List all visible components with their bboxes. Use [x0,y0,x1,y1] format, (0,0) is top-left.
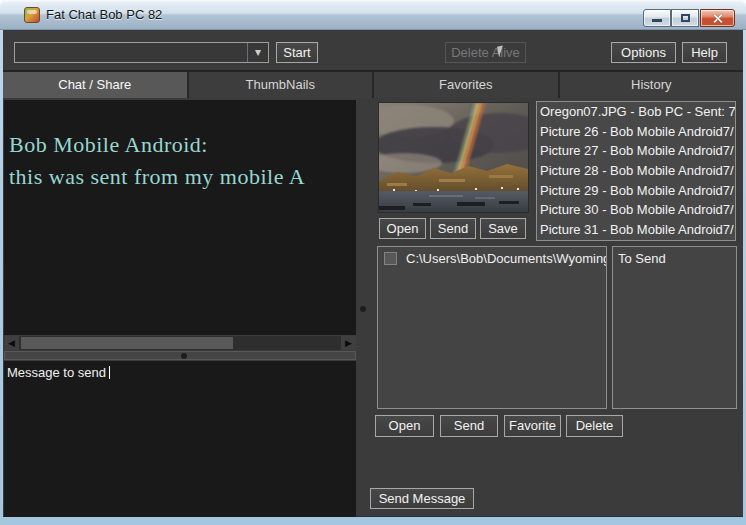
tab-history[interactable]: History [560,72,744,98]
scroll-left-icon[interactable]: ◀ [4,336,19,350]
text-caret [109,366,110,379]
client-area: ▾ Start Delete Alive Options Help Chat /… [3,30,743,517]
list-item[interactable]: Picture 31 - Bob Mobile Android7/ [537,220,735,240]
file-path-label: C:\Users\Bob\Documents\Wyoming - C [406,251,607,266]
to-send-panel[interactable]: To Send [612,246,737,409]
file-checkbox[interactable] [384,252,397,265]
send-button[interactable]: Send [440,415,498,437]
vertical-splitter-handle[interactable] [360,306,366,312]
chat-sender: Bob Mobile Android: [4,132,356,158]
preview-open-button[interactable]: Open [379,218,426,239]
chat-horizontal-scrollbar[interactable]: ◀ ▶ [4,336,356,350]
chat-history-pane[interactable]: Bob Mobile Android: this was sent from m… [4,100,356,335]
list-item[interactable]: C:\Users\Bob\Documents\Wyoming - C [384,251,606,266]
maximize-button[interactable] [671,9,699,27]
list-item[interactable]: Oregon07.JPG - Bob PC - Sent: 7/2 [537,102,735,122]
horizontal-splitter[interactable] [4,351,356,360]
start-button[interactable]: Start [276,42,318,63]
preview-send-button[interactable]: Send [430,218,476,239]
scrollbar-track[interactable] [19,336,341,350]
image-preview[interactable] [378,102,529,213]
delete-button[interactable]: Delete [566,415,623,437]
open-button[interactable]: Open [375,415,434,437]
message-text: Message to send [7,365,106,380]
rainbow-photo [379,103,528,212]
send-message-button[interactable]: Send Message [370,488,474,509]
tab-favorites[interactable]: Favorites [374,72,560,98]
list-item[interactable]: Picture 28 - Bob Mobile Android7/ [537,161,735,181]
scroll-right-icon[interactable]: ▶ [341,336,356,350]
tab-strip: Chat / Share ThumbNails Favorites Histor… [3,70,743,98]
minimize-button[interactable] [643,9,671,27]
app-icon [24,7,40,23]
help-button[interactable]: Help [682,42,727,63]
peer-combobox[interactable]: ▾ [14,42,269,63]
maximize-icon [681,14,690,22]
list-item[interactable]: Picture 29 - Bob Mobile Android7/ [537,181,735,201]
message-input[interactable]: Message to send [4,361,356,517]
to-send-label: To Send [618,251,736,266]
peer-combobox-value [15,43,247,62]
chevron-down-icon[interactable]: ▾ [247,43,268,62]
tab-thumbnails[interactable]: ThumbNails [189,72,375,98]
options-button[interactable]: Options [611,42,676,63]
app-window: Fat Chat Bob PC 82 ▾ Start Delete Alive … [0,0,746,525]
favorite-button[interactable]: Favorite [504,415,561,437]
local-files-list[interactable]: C:\Users\Bob\Documents\Wyoming - C [377,246,607,409]
list-item[interactable]: Picture 27 - Bob Mobile Android7/ [537,141,735,161]
close-button[interactable] [700,9,735,27]
scrollbar-thumb[interactable] [21,337,233,349]
tab-chat-share[interactable]: Chat / Share [3,72,189,98]
minimize-icon [652,19,662,22]
list-item[interactable]: Picture 30 - Bob Mobile Android7/ [537,200,735,220]
preview-save-button[interactable]: Save [480,218,526,239]
chat-message: this was sent from my mobile A [4,164,356,190]
list-item[interactable]: Picture 26 - Bob Mobile Android7/ [537,122,735,142]
window-title: Fat Chat Bob PC 82 [46,7,162,22]
received-files-list[interactable]: Oregon07.JPG - Bob PC - Sent: 7/2 Pictur… [536,101,736,241]
delete-alive-button[interactable]: Delete Alive [445,42,526,63]
titlebar: Fat Chat Bob PC 82 [0,0,746,30]
splitter-handle [181,353,187,359]
